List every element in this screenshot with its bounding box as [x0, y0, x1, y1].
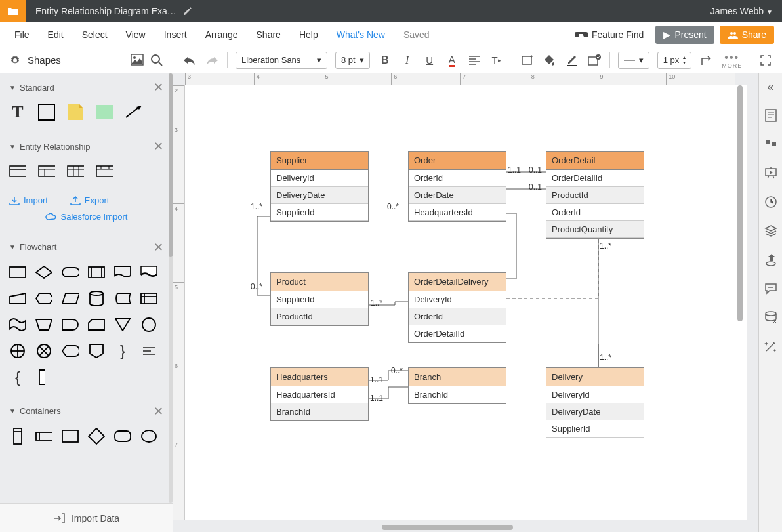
- er-entity3-icon[interactable]: [67, 163, 84, 180]
- import-data-button[interactable]: Import Data: [0, 503, 173, 532]
- shape-props-icon[interactable]: [587, 53, 602, 68]
- chat-icon[interactable]: [763, 281, 779, 297]
- entity-branch[interactable]: Branch BranchId: [408, 367, 506, 404]
- flow-manualin-icon[interactable]: [9, 290, 26, 307]
- document-title[interactable]: Entity Relationship Diagram Exa…: [26, 6, 701, 16]
- flow-merge-icon[interactable]: [114, 316, 131, 333]
- bold-icon[interactable]: B: [378, 53, 392, 68]
- close-icon[interactable]: ✕: [154, 80, 163, 94]
- flow-diamond-icon[interactable]: [35, 264, 52, 281]
- edit-icon[interactable]: [183, 7, 192, 16]
- cont-swimlane-icon[interactable]: [9, 428, 26, 445]
- slides-icon[interactable]: [763, 165, 779, 181]
- share-button[interactable]: Share: [720, 26, 774, 44]
- flow-predef-icon[interactable]: [88, 264, 105, 281]
- shape-rect-icon[interactable]: [520, 53, 535, 68]
- menu-whats-new[interactable]: What's New: [330, 26, 392, 44]
- menu-select[interactable]: Select: [75, 26, 114, 44]
- flow-or-icon[interactable]: [9, 342, 26, 359]
- flow-internal-icon[interactable]: [140, 290, 157, 307]
- er-salesforce-link[interactable]: Salesforce Import: [45, 212, 128, 222]
- cont-rounded-icon[interactable]: [114, 428, 131, 445]
- menu-file[interactable]: File: [8, 26, 36, 44]
- comments-icon[interactable]: [763, 136, 779, 152]
- flow-storeddata-icon[interactable]: [114, 290, 131, 307]
- er-entity2-icon[interactable]: [38, 163, 55, 180]
- er-export-link[interactable]: Export: [70, 195, 110, 205]
- er-entity4-icon[interactable]: [96, 163, 113, 180]
- cont-swimlaneh-icon[interactable]: [35, 428, 52, 445]
- cont-circle-icon[interactable]: [140, 428, 157, 445]
- font-size-select[interactable]: 8 pt ▾: [335, 52, 370, 69]
- line-width-select[interactable]: 1 px ▴▾: [657, 52, 692, 69]
- entity-orderdetail[interactable]: OrderDetail OrderDetailId ProductId Orde…: [546, 151, 644, 239]
- flow-tape-icon[interactable]: [9, 316, 26, 333]
- layers-icon[interactable]: [763, 223, 779, 239]
- flow-braceopen-icon[interactable]: {: [9, 369, 26, 386]
- flow-hexagon-icon[interactable]: [35, 290, 52, 307]
- menu-share[interactable]: Share: [250, 26, 287, 44]
- menu-insert[interactable]: Insert: [157, 26, 194, 44]
- flow-terminator-icon[interactable]: [62, 264, 79, 281]
- flow-manualop-icon[interactable]: [35, 316, 52, 333]
- entity-product[interactable]: Product SupplierId ProductId: [270, 272, 369, 326]
- italic-icon[interactable]: I: [400, 53, 415, 68]
- category-er[interactable]: ▼Entity Relationship✕: [0, 133, 173, 160]
- category-containers[interactable]: ▼Containers✕: [0, 398, 173, 425]
- left-scrollbar[interactable]: [169, 73, 173, 503]
- menu-help[interactable]: Help: [293, 26, 325, 44]
- collapse-icon[interactable]: «: [763, 79, 779, 94]
- line-path-icon[interactable]: [699, 53, 714, 68]
- er-import-link[interactable]: Import: [9, 195, 48, 205]
- flow-note-icon[interactable]: [140, 342, 157, 359]
- more-menu[interactable]: ••• MORE: [722, 52, 742, 69]
- flow-braceclose-icon[interactable]: }: [114, 342, 131, 359]
- menu-edit[interactable]: Edit: [41, 26, 70, 44]
- rect-shape-icon[interactable]: [38, 104, 55, 121]
- share-icon[interactable]: [763, 252, 779, 268]
- history-icon[interactable]: [763, 194, 779, 210]
- present-button[interactable]: ▶ Present: [655, 26, 714, 44]
- close-icon[interactable]: ✕: [154, 404, 163, 419]
- canvas-area[interactable]: 345678910 234567: [173, 73, 758, 532]
- undo-icon[interactable]: [182, 53, 197, 68]
- text-style-icon[interactable]: T▸: [489, 53, 504, 68]
- menu-view[interactable]: View: [119, 26, 152, 44]
- menu-arrange[interactable]: Arrange: [199, 26, 245, 44]
- flow-rect-icon[interactable]: [9, 264, 26, 281]
- fill-icon[interactable]: [543, 53, 557, 68]
- flow-database-icon[interactable]: [88, 290, 105, 307]
- canvas[interactable]: Supplier DeliveryId DeliveryDate Supplie…: [185, 85, 747, 520]
- fullscreen-icon[interactable]: [758, 53, 773, 68]
- entity-delivery[interactable]: Delivery DeliveryId DeliveryDate Supplie…: [546, 367, 644, 438]
- flow-offpage-icon[interactable]: [88, 342, 105, 359]
- text-color-icon[interactable]: A: [445, 53, 459, 68]
- flow-delay-icon[interactable]: [62, 316, 79, 333]
- border-color-icon[interactable]: [565, 53, 579, 68]
- category-standard[interactable]: ▼Standard✕: [0, 73, 173, 101]
- align-icon[interactable]: [467, 53, 482, 68]
- entity-order[interactable]: Order OrderId OrderDate HeadquartersId: [408, 151, 506, 222]
- cont-rect-icon[interactable]: [62, 428, 79, 445]
- feature-find[interactable]: Feature Find: [575, 30, 644, 40]
- underline-icon[interactable]: U: [422, 53, 437, 68]
- er-entity1-icon[interactable]: [9, 163, 26, 180]
- flow-card-icon[interactable]: [88, 316, 105, 333]
- redo-icon[interactable]: [205, 53, 219, 68]
- flow-document-icon[interactable]: [114, 264, 131, 281]
- notes-icon[interactable]: [763, 108, 779, 123]
- data-icon[interactable]: [763, 310, 779, 325]
- flow-data-icon[interactable]: [62, 290, 79, 307]
- note-shape-icon[interactable]: [67, 104, 84, 121]
- flow-connector-icon[interactable]: [140, 316, 157, 333]
- canvas-h-scrollbar[interactable]: [185, 523, 735, 532]
- line-style-select[interactable]: ▾: [618, 52, 649, 69]
- arrow-shape-icon[interactable]: [125, 104, 142, 121]
- entity-supplier[interactable]: Supplier DeliveryId DeliveryDate Supplie…: [270, 151, 369, 222]
- font-select[interactable]: Liberation Sans▾: [236, 52, 327, 69]
- entity-orderdetaildelivery[interactable]: OrderDetailDelivery DeliveryId OrderId O…: [408, 272, 506, 343]
- flow-docshade-icon[interactable]: [140, 264, 157, 281]
- text-shape-icon[interactable]: T: [9, 104, 26, 121]
- cont-diamond-icon[interactable]: [88, 428, 105, 445]
- canvas-v-scrollbar[interactable]: [737, 85, 744, 520]
